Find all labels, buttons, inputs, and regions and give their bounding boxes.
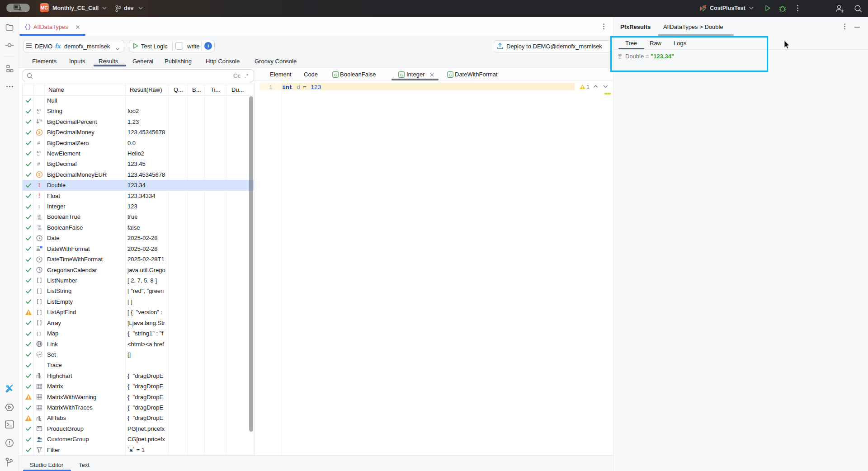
svg-text:!: ! (38, 182, 40, 188)
svg-text:G: G (449, 72, 452, 77)
svg-text:!: ! (38, 193, 40, 199)
svg-text:01: 01 (38, 227, 42, 231)
svg-text:{ }: { } (37, 331, 41, 336)
svg-text:$: $ (38, 130, 41, 135)
svg-text:01: 01 (38, 217, 42, 221)
svg-text:G: G (334, 72, 337, 77)
svg-text:i: i (38, 204, 40, 209)
svg-text:$: $ (38, 172, 41, 177)
svg-text:#: # (37, 161, 40, 167)
svg-text:#: # (37, 140, 40, 146)
svg-text:G: G (400, 72, 403, 77)
svg-text:%: % (39, 118, 42, 122)
svg-text:C: C (38, 153, 40, 156)
svg-text:C: C (38, 111, 40, 114)
